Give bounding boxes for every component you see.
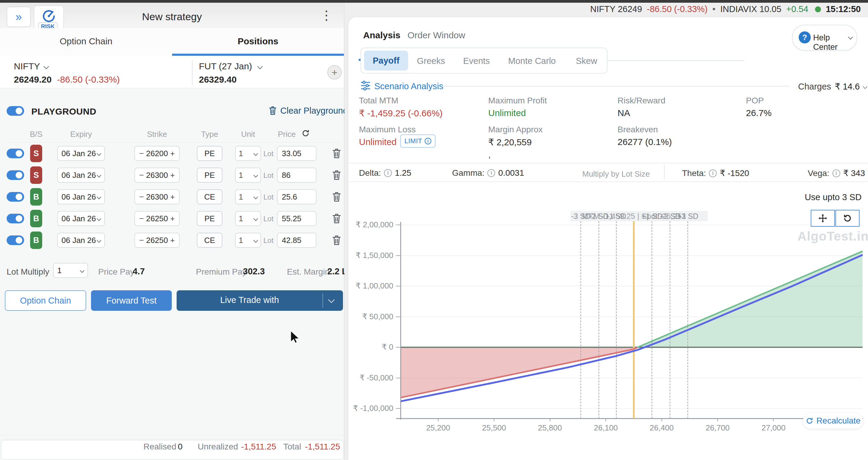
ticker-separator: • xyxy=(712,4,715,14)
help-center-button[interactable]: ? Help Center xyxy=(792,25,857,51)
chevron-down-icon xyxy=(253,238,258,243)
expiry-select[interactable]: 06 Jan 26 xyxy=(57,233,105,248)
strike-stepper[interactable]: −26250+ xyxy=(134,211,180,226)
recalculate-button[interactable]: Recalculate xyxy=(803,413,863,429)
expiry-select[interactable]: 06 Jan 26 xyxy=(57,189,105,204)
clear-playground-button[interactable]: Clear Playground xyxy=(268,105,348,116)
live-trade-button[interactable]: Live Trade with xyxy=(177,290,343,311)
strike-stepper[interactable]: −26250+ xyxy=(134,233,180,248)
price-input[interactable]: 42.85 xyxy=(277,233,316,248)
unit-select[interactable]: 1 xyxy=(235,189,261,204)
side-badge[interactable]: S xyxy=(30,145,42,162)
lot-multiply-select[interactable]: 1 xyxy=(53,263,88,278)
tab-order-window[interactable]: Order Window xyxy=(407,30,465,40)
side-badge[interactable]: B xyxy=(30,210,42,227)
limit-badge[interactable]: LIMIT i xyxy=(400,134,435,148)
info-icon[interactable]: i xyxy=(832,170,840,177)
forward-test-button[interactable]: Forward Test xyxy=(91,290,172,311)
charges-dropdown[interactable]: Charges ₹ 14.6 xyxy=(798,82,867,92)
position-toggle[interactable] xyxy=(7,192,24,202)
price-input[interactable]: 33.05 xyxy=(277,146,316,161)
position-toggle[interactable] xyxy=(7,170,24,180)
price-input[interactable]: 55.25 xyxy=(277,211,316,226)
option-type[interactable]: PE xyxy=(197,146,222,161)
x-axis-label: 26,400 xyxy=(638,423,686,433)
option-type[interactable]: CE xyxy=(197,189,222,204)
tab-analysis[interactable]: Analysis xyxy=(363,30,400,40)
option-type[interactable]: CE xyxy=(197,233,222,248)
subtab-payoff[interactable]: Payoff xyxy=(364,51,408,70)
option-type[interactable]: PE xyxy=(197,167,222,183)
side-badge[interactable]: B xyxy=(30,188,42,206)
position-toggle[interactable] xyxy=(7,236,24,245)
strike-plus[interactable]: + xyxy=(170,149,175,158)
strike-value: 26300 xyxy=(146,171,168,180)
info-icon[interactable]: i xyxy=(709,170,717,177)
side-badge[interactable]: S xyxy=(30,166,42,184)
option-chain-button[interactable]: Option Chain xyxy=(5,290,86,311)
price-pay-value: 4.7 xyxy=(133,267,145,276)
kebab-menu-icon[interactable]: ⋮ xyxy=(320,8,333,23)
unit-suffix: Lot xyxy=(264,150,273,158)
scenario-divider-line xyxy=(443,86,789,87)
delete-row-icon[interactable] xyxy=(332,235,342,246)
option-type[interactable]: PE xyxy=(197,211,222,226)
info-icon[interactable]: i xyxy=(487,169,495,177)
strike-plus[interactable]: + xyxy=(170,236,175,245)
strike-stepper[interactable]: −26300+ xyxy=(134,189,180,204)
strike-plus[interactable]: + xyxy=(170,214,175,223)
recalculate-label: Recalculate xyxy=(816,416,861,426)
position-toggle[interactable] xyxy=(7,214,24,223)
pan-chart-button[interactable] xyxy=(811,210,835,227)
strike-plus[interactable]: + xyxy=(170,192,175,202)
unit-select[interactable]: 1 xyxy=(235,233,261,248)
total-mtm-label: Total MTM xyxy=(359,96,398,105)
strike-minus[interactable]: − xyxy=(139,171,144,180)
position-toggle[interactable] xyxy=(7,149,24,158)
tab-positions[interactable]: Positions xyxy=(172,36,344,47)
expiry-select[interactable]: 06 Jan 26 xyxy=(57,167,105,183)
subtab-greeks[interactable]: Greeks xyxy=(408,56,454,66)
price-input[interactable]: 86 xyxy=(277,167,316,183)
strike-minus[interactable]: − xyxy=(139,236,144,245)
add-position-button[interactable]: + xyxy=(327,65,342,80)
y-axis-label: ₹ 1,00,000 xyxy=(336,281,393,290)
delete-row-icon[interactable] xyxy=(332,148,342,159)
strike-minus[interactable]: − xyxy=(139,149,144,158)
strike-stepper[interactable]: −26300+ xyxy=(134,167,180,183)
reset-chart-button[interactable] xyxy=(835,210,860,227)
expiry-value: 06 Jan 26 xyxy=(61,214,96,223)
expiry-select[interactable]: 06 Jan 26 xyxy=(57,211,105,226)
delete-row-icon[interactable] xyxy=(332,191,342,203)
sd-label: +3 SD xyxy=(670,212,706,221)
unit-select[interactable]: 1 xyxy=(235,211,261,226)
market-open-dot xyxy=(815,6,821,12)
col-expiry: Expiry xyxy=(57,130,105,139)
subtab-skew[interactable]: Skew xyxy=(568,56,604,66)
unit-select[interactable]: 1 xyxy=(235,146,261,161)
live-trade-label: Live Trade with xyxy=(177,295,322,305)
playground-toggle[interactable] xyxy=(7,106,24,116)
strike-stepper[interactable]: −26200+ xyxy=(134,146,180,161)
info-icon[interactable]: i xyxy=(384,169,392,177)
expiry-select[interactable]: 06 Jan 26 xyxy=(57,146,105,161)
underlying-price: 26249.20 xyxy=(14,74,52,85)
scenario-analysis-link[interactable]: Scenario Analysis xyxy=(374,82,443,91)
side-badge[interactable]: B xyxy=(30,232,42,249)
subtab-monte-carlo[interactable]: Monte Carlo xyxy=(502,56,562,66)
strike-plus[interactable]: + xyxy=(170,171,175,180)
refresh-price-icon[interactable] xyxy=(301,129,310,137)
underlying-select[interactable]: NIFTY xyxy=(14,61,48,71)
unit-value: 1 xyxy=(239,214,243,223)
vega-group: Vega: i ₹ 343 xyxy=(808,168,865,178)
max-profit-label: Maximum Profit xyxy=(488,96,547,105)
delete-row-icon[interactable] xyxy=(332,170,342,181)
future-select[interactable]: FUT (27 Jan) xyxy=(199,61,262,71)
price-input[interactable]: 25.6 xyxy=(277,189,316,204)
tab-option-chain[interactable]: Option Chain xyxy=(0,36,172,47)
strike-minus[interactable]: − xyxy=(139,214,144,223)
subtab-events[interactable]: Events xyxy=(454,56,499,66)
strike-minus[interactable]: − xyxy=(139,192,144,202)
col-strike: Strike xyxy=(134,130,180,139)
unit-select[interactable]: 1 xyxy=(235,167,261,183)
